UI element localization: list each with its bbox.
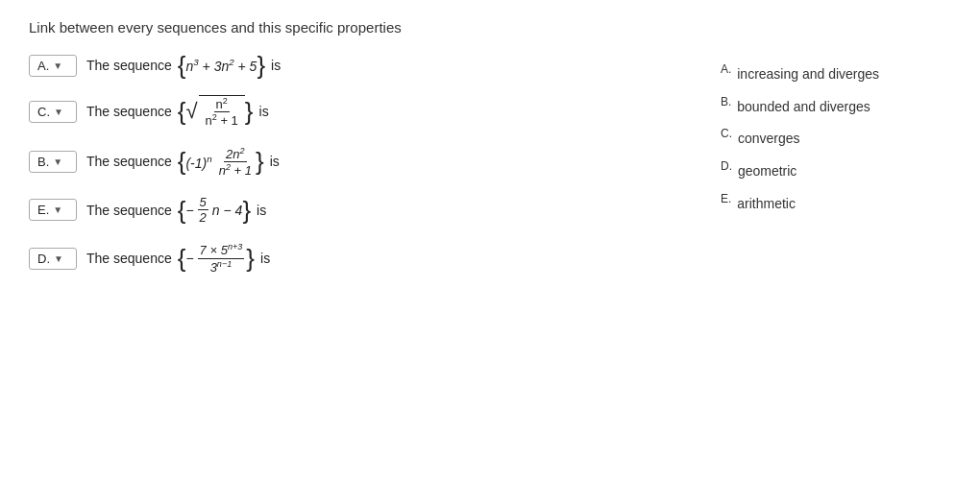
dropdown-E[interactable]: E. ▼ bbox=[29, 199, 77, 221]
dropdown-B[interactable]: B. ▼ bbox=[29, 151, 77, 173]
chevron-down-icon-B: ▼ bbox=[53, 156, 62, 167]
sequence-row-D: D. ▼ The sequence { − 7 × 5n+3 3n−1 bbox=[29, 242, 701, 275]
sequence-E-math: { − 5 2 n − 4 } bbox=[178, 195, 251, 225]
frac-C-den: n2 + 1 bbox=[204, 112, 240, 128]
sequence-A-suffix: is bbox=[271, 58, 281, 73]
chevron-down-icon-C: ▼ bbox=[54, 107, 63, 117]
sqrt-expr: √ n2 n2 + 1 bbox=[185, 95, 244, 129]
main-content: A. ▼ The sequence { n3 + 3n2 + 5 } is C. bbox=[29, 53, 951, 275]
sequence-E-prefix: The sequence bbox=[86, 203, 172, 218]
dropdown-E-label: E. bbox=[37, 203, 49, 217]
e-neg: − bbox=[185, 203, 193, 218]
chevron-down-icon: ▼ bbox=[53, 60, 62, 71]
sqrt-content: n2 n2 + 1 bbox=[199, 95, 245, 129]
e-var: n − 4 bbox=[212, 203, 243, 218]
option-A-text: increasing and diverges bbox=[737, 66, 879, 82]
sequence-D-text: The sequence { − 7 × 5n+3 3n−1 } is bbox=[86, 242, 270, 275]
sequence-B-prefix: The sequence bbox=[86, 154, 172, 169]
page-container: Link between every sequences and this sp… bbox=[29, 19, 951, 275]
sequence-A-math: { n3 + 3n2 + 5 } bbox=[178, 53, 265, 78]
sequence-row-C: C. ▼ The sequence { √ n2 n2 + 1 bbox=[29, 95, 701, 129]
frac-B: 2n2 n2 + 1 bbox=[217, 146, 254, 179]
sqrt-symbol: √ bbox=[185, 101, 197, 122]
dropdown-C-label: C. bbox=[37, 105, 50, 119]
chevron-down-icon-D: ▼ bbox=[54, 253, 63, 264]
option-A: A. increasing and diverges bbox=[721, 62, 951, 82]
sequence-C-prefix: The sequence bbox=[86, 104, 172, 119]
dropdown-B-label: B. bbox=[37, 155, 49, 169]
option-D-text: geometric bbox=[738, 163, 796, 179]
sequence-row-A: A. ▼ The sequence { n3 + 3n2 + 5 } is bbox=[29, 53, 701, 78]
sequence-row-E: E. ▼ The sequence { − 5 2 n − 4 bbox=[29, 195, 701, 225]
sequence-row-B: B. ▼ The sequence { (-1)n 2n2 n2 + 1 bbox=[29, 146, 701, 179]
option-C-label: C. bbox=[721, 127, 732, 140]
dropdown-D-label: D. bbox=[37, 252, 50, 266]
option-D-label: D. bbox=[721, 159, 732, 173]
sequence-E-suffix: is bbox=[257, 203, 266, 218]
right-column: A. increasing and diverges B. bounded an… bbox=[701, 53, 951, 275]
left-column: A. ▼ The sequence { n3 + 3n2 + 5 } is C. bbox=[29, 53, 701, 275]
d-neg: − bbox=[185, 251, 193, 266]
option-E-label: E. bbox=[721, 192, 731, 205]
close-brace-C: } bbox=[245, 99, 254, 124]
close-brace-D: } bbox=[246, 246, 255, 271]
frac-E-num: 5 bbox=[198, 195, 208, 210]
frac-B-num: 2n2 bbox=[224, 146, 247, 162]
sequence-A-text: The sequence { n3 + 3n2 + 5 } is bbox=[86, 53, 281, 78]
sequence-C-suffix: is bbox=[259, 104, 269, 119]
option-C: C. converges bbox=[721, 127, 951, 146]
option-B-text: bounded and diverges bbox=[737, 98, 870, 113]
option-C-text: converges bbox=[738, 131, 800, 146]
dropdown-C[interactable]: C. ▼ bbox=[29, 101, 77, 123]
math-A-content: n3 + 3n2 + 5 bbox=[185, 57, 257, 74]
open-brace-A: { bbox=[178, 53, 186, 78]
dropdown-A-label: A. bbox=[37, 59, 49, 73]
close-brace-E: } bbox=[242, 198, 251, 223]
dropdown-D[interactable]: D. ▼ bbox=[29, 248, 77, 270]
math-B-content: (-1)n 2n2 n2 + 1 bbox=[185, 146, 256, 179]
sequence-B-text: The sequence { (-1)n 2n2 n2 + 1 } is bbox=[86, 146, 280, 179]
frac-E: 5 2 bbox=[198, 195, 208, 225]
chevron-down-icon-E: ▼ bbox=[53, 204, 62, 215]
alt-sign: (-1)n bbox=[185, 154, 211, 171]
option-B: B. bounded and diverges bbox=[721, 95, 951, 114]
frac-E-den: 2 bbox=[198, 210, 208, 225]
math-D-content: − 7 × 5n+3 3n−1 bbox=[185, 242, 246, 275]
option-A-label: A. bbox=[721, 62, 731, 76]
close-brace-B: } bbox=[256, 149, 264, 174]
dropdown-A[interactable]: A. ▼ bbox=[29, 55, 77, 77]
sequence-D-suffix: is bbox=[260, 251, 270, 266]
sequence-D-prefix: The sequence bbox=[86, 251, 172, 266]
option-E-text: arithmetic bbox=[737, 195, 796, 210]
close-brace-A: } bbox=[257, 53, 265, 78]
frac-C: n2 n2 + 1 bbox=[204, 96, 240, 129]
open-brace-C: { bbox=[178, 99, 186, 124]
option-B-label: B. bbox=[721, 95, 731, 108]
open-brace-B: { bbox=[178, 149, 186, 174]
sequence-C-math: { √ n2 n2 + 1 } bbox=[178, 95, 254, 129]
sequence-B-suffix: is bbox=[270, 154, 280, 169]
math-E-content: − 5 2 n − 4 bbox=[185, 195, 242, 225]
sequence-D-math: { − 7 × 5n+3 3n−1 } bbox=[178, 242, 255, 275]
sequence-E-text: The sequence { − 5 2 n − 4 } bbox=[86, 195, 266, 225]
frac-B-den: n2 + 1 bbox=[217, 162, 254, 178]
sequence-C-text: The sequence { √ n2 n2 + 1 bbox=[86, 95, 269, 129]
frac-D-num: 7 × 5n+3 bbox=[198, 242, 245, 258]
frac-D-den: 3n−1 bbox=[208, 259, 234, 275]
open-brace-D: { bbox=[178, 246, 186, 271]
page-title: Link between every sequences and this sp… bbox=[29, 19, 951, 36]
frac-D: 7 × 5n+3 3n−1 bbox=[198, 242, 245, 275]
open-brace-E: { bbox=[178, 198, 186, 223]
sequence-B-math: { (-1)n 2n2 n2 + 1 } bbox=[178, 146, 264, 179]
sequence-A-prefix: The sequence bbox=[86, 58, 172, 73]
option-D: D. geometric bbox=[721, 159, 951, 179]
option-E: E. arithmetic bbox=[721, 192, 951, 211]
frac-C-num: n2 bbox=[214, 96, 230, 112]
